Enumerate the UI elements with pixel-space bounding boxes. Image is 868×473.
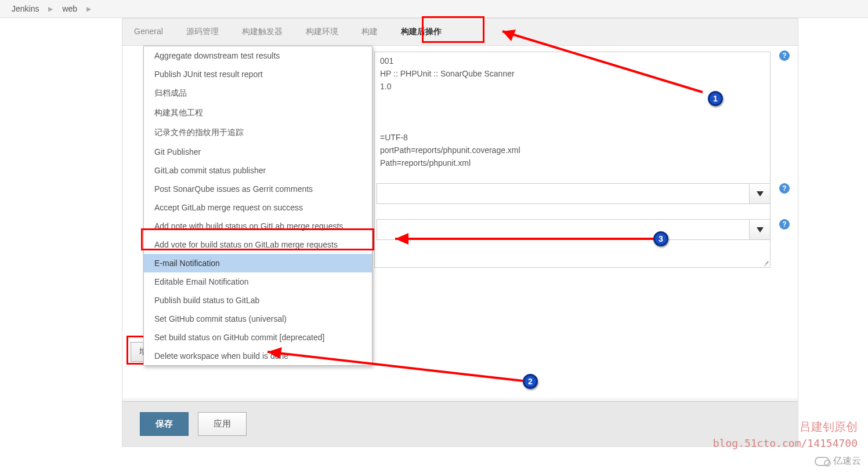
- breadcrumb-separator-icon: ▶: [86, 5, 91, 13]
- watermark-brand: 亿速云: [815, 455, 861, 467]
- dropdown-item[interactable]: 构建其他工程: [144, 103, 372, 123]
- watermark: 吕建钊原创 blog.51cto.com/14154700: [713, 418, 858, 451]
- dropdown-item-email-notification[interactable]: E-mail Notification: [144, 254, 372, 272]
- help-icon[interactable]: ?: [779, 50, 790, 61]
- triangle-down-icon: [757, 227, 764, 232]
- apply-button[interactable]: 应用: [198, 412, 247, 436]
- dropdown-item[interactable]: Post SonarQube issues as Gerrit comments: [144, 180, 372, 198]
- tab-triggers[interactable]: 构建触发器: [230, 19, 294, 45]
- tab-build[interactable]: 构建: [350, 19, 389, 45]
- annotation-arrow: [375, 227, 659, 250]
- svg-line-0: [502, 31, 703, 92]
- annotation-arrow: [247, 340, 531, 387]
- annotation-box: [422, 16, 484, 43]
- breadcrumb-separator-icon: ▶: [48, 5, 53, 13]
- dropdown-item[interactable]: 归档成品: [144, 83, 372, 103]
- annotation-number: 1: [708, 91, 723, 106]
- annotation-arrow: [482, 23, 714, 98]
- svg-marker-3: [395, 233, 408, 245]
- annotation-number: 2: [523, 374, 538, 389]
- breadcrumb-item[interactable]: web: [62, 4, 77, 13]
- svg-line-4: [267, 352, 523, 381]
- collapse-button[interactable]: [749, 184, 770, 203]
- dropdown-item[interactable]: Accept GitLab merge request on success: [144, 198, 372, 217]
- tab-scm[interactable]: 源码管理: [175, 19, 230, 45]
- collapse-button[interactable]: [749, 220, 770, 239]
- annotation-box: [141, 228, 374, 250]
- config-body: 001 HP :: PHPUnit :: SonarQube Scanner 1…: [122, 46, 798, 398]
- breadcrumb-item[interactable]: Jenkins: [12, 4, 39, 13]
- resize-handle-icon[interactable]: [762, 259, 769, 266]
- tab-env[interactable]: 构建环境: [294, 19, 350, 45]
- config-panel: General 源码管理 构建触发器 构建环境 构建 构建后操作 001 HP …: [122, 18, 798, 447]
- dropdown-item[interactable]: Aggregate downstream test results: [144, 46, 372, 65]
- dropdown-item[interactable]: Publish build status to GitLab: [144, 291, 372, 310]
- dropdown-item[interactable]: 记录文件的指纹用于追踪: [144, 123, 372, 143]
- dropdown-item[interactable]: Git Publisher: [144, 143, 372, 161]
- post-build-dropdown: Aggregate downstream test results Publis…: [143, 46, 372, 366]
- dropdown-item[interactable]: GitLab commit status publisher: [144, 161, 372, 180]
- help-icon[interactable]: ?: [779, 183, 790, 194]
- tab-general[interactable]: General: [122, 19, 175, 45]
- breadcrumb: Jenkins ▶ web ▶: [0, 0, 868, 18]
- svg-marker-5: [267, 347, 282, 359]
- dropdown-item[interactable]: Set GitHub commit status (universal): [144, 310, 372, 328]
- dropdown-item[interactable]: Publish JUnit test result report: [144, 65, 372, 83]
- save-button[interactable]: 保存: [140, 412, 189, 436]
- dropdown-item[interactable]: Editable Email Notification: [144, 272, 372, 291]
- annotation-number: 3: [653, 231, 668, 246]
- help-icon[interactable]: ?: [779, 219, 790, 230]
- collapse-row-1: [377, 183, 771, 204]
- cloud-icon: [815, 457, 830, 466]
- footer-bar: 保存 应用: [122, 401, 798, 446]
- triangle-down-icon: [757, 191, 764, 197]
